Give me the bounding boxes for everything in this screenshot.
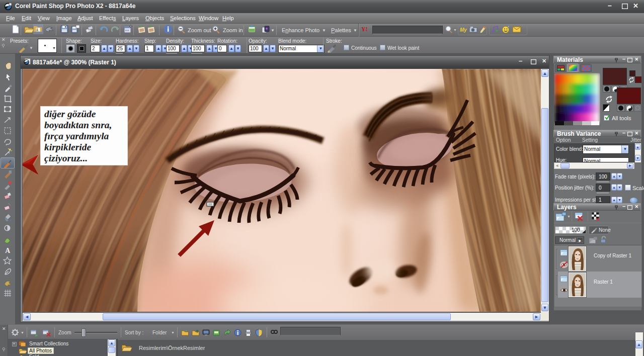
svg-text:A: A [5,246,10,254]
svg-text:My: My [460,27,467,33]
svg-text:Y!: Y! [361,26,368,33]
